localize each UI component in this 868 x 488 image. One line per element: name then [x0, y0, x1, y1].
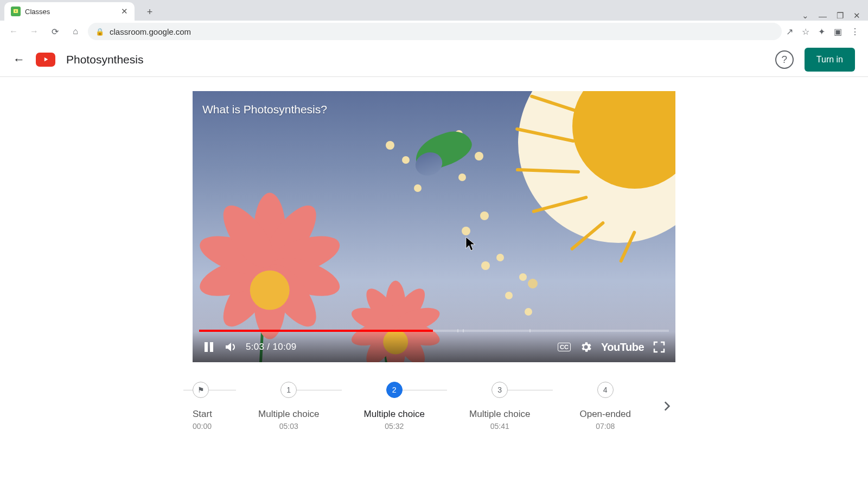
- turn-in-button[interactable]: Turn in: [805, 48, 855, 72]
- flag-icon: ⚑: [193, 382, 209, 398]
- step-question-1[interactable]: 1 Multiple choice 05:03: [236, 382, 342, 431]
- step-time: 00:00: [193, 422, 212, 431]
- step-start[interactable]: ⚑ Start 00:00: [193, 382, 236, 431]
- step-label: Multiple choice: [469, 409, 530, 420]
- browser-tab[interactable]: Classes ✕: [4, 2, 135, 21]
- tab-strip: Classes ✕ + ⌄ — ❐ ✕: [0, 0, 868, 21]
- toolbar-actions: ↗ ☆ ✦ ▣ ⋮: [786, 27, 863, 37]
- address-bar[interactable]: 🔒 classroom.google.com: [88, 23, 782, 40]
- step-number: 2: [386, 382, 403, 398]
- questions-stepper: ⚑ Start 00:00 1 Multiple choice 05:03 2 …: [193, 382, 675, 431]
- browser-chrome: Classes ✕ + ⌄ — ❐ ✕ ← → ⟳ ⌂ 🔒 classroom.…: [0, 0, 868, 42]
- overflow-menu-icon[interactable]: ⋮: [851, 27, 859, 37]
- video-controls: 5:03 / 10:09 CC YouTube: [193, 332, 675, 362]
- sidepanel-icon[interactable]: ▣: [834, 27, 842, 37]
- home-button[interactable]: ⌂: [67, 23, 84, 40]
- step-label: Open-ended: [579, 409, 631, 420]
- restore-icon[interactable]: ❐: [837, 11, 844, 21]
- youtube-icon: [36, 53, 55, 67]
- step-time: 05:32: [385, 422, 404, 431]
- step-question-4[interactable]: 4 Open-ended 07:08: [553, 382, 659, 431]
- step-question-3[interactable]: 3 Multiple choice 05:41: [447, 382, 553, 431]
- mouse-cursor-icon: [465, 236, 477, 253]
- minimize-icon[interactable]: —: [819, 11, 827, 21]
- video-title-overlay: What is Photosynthesis?: [202, 103, 327, 116]
- url-text: classroom.google.com: [110, 27, 191, 36]
- browser-toolbar: ← → ⟳ ⌂ 🔒 classroom.google.com ↗ ☆ ✦ ▣ ⋮: [0, 21, 868, 42]
- step-label: Multiple choice: [258, 409, 319, 420]
- pause-button[interactable]: [202, 341, 215, 354]
- step-label: Start: [193, 409, 212, 420]
- help-button[interactable]: ?: [775, 50, 794, 69]
- step-label: Multiple choice: [364, 409, 425, 420]
- stepper-next-button[interactable]: [658, 397, 675, 415]
- step-time: 05:41: [490, 422, 509, 431]
- chevron-down-icon[interactable]: ⌄: [802, 11, 809, 21]
- close-tab-icon[interactable]: ✕: [121, 7, 128, 16]
- step-question-2[interactable]: 2 Multiple choice 05:32: [342, 382, 448, 431]
- captions-button[interactable]: CC: [558, 343, 571, 351]
- svg-point-2: [15, 10, 17, 12]
- video-player[interactable]: What is Photosynthesis? 5:03 / 10:09 CC: [193, 91, 675, 362]
- nav-forward-button: →: [26, 23, 42, 40]
- bookmark-star-icon[interactable]: ☆: [802, 27, 809, 37]
- step-number: 4: [597, 382, 614, 398]
- app-header: ← Photosynthesis ? Turn in: [0, 42, 868, 77]
- video-frame: What is Photosynthesis?: [193, 91, 675, 362]
- youtube-wordmark[interactable]: YouTube: [601, 341, 644, 354]
- lock-icon: 🔒: [95, 28, 104, 36]
- step-number: 3: [492, 382, 508, 398]
- app-back-button[interactable]: ←: [13, 53, 25, 67]
- nav-back-button: ←: [5, 23, 22, 40]
- window-controls: ⌄ — ❐ ✕: [802, 11, 868, 21]
- stepper-track: ⚑ Start 00:00 1 Multiple choice 05:03 2 …: [193, 382, 658, 431]
- close-window-icon[interactable]: ✕: [853, 11, 860, 21]
- main-content: What is Photosynthesis? 5:03 / 10:09 CC: [0, 77, 868, 431]
- fullscreen-button[interactable]: [653, 341, 666, 354]
- share-icon[interactable]: ↗: [786, 27, 793, 37]
- svg-rect-4: [205, 342, 208, 352]
- reload-button[interactable]: ⟳: [47, 23, 63, 40]
- assignment-title: Photosynthesis: [66, 53, 143, 66]
- video-current-time: 5:03: [246, 342, 264, 352]
- step-number: 1: [280, 382, 297, 398]
- new-tab-button[interactable]: +: [142, 4, 157, 20]
- svg-rect-5: [210, 342, 213, 352]
- step-time: 05:03: [279, 422, 298, 431]
- extensions-puzzle-icon[interactable]: ✦: [818, 27, 825, 37]
- classroom-favicon-icon: [11, 7, 21, 16]
- step-time: 07:08: [596, 422, 615, 431]
- settings-gear-icon[interactable]: [579, 341, 592, 354]
- svg-marker-3: [44, 57, 48, 62]
- video-duration: 10:09: [272, 342, 296, 352]
- volume-button[interactable]: [224, 341, 237, 354]
- tab-title: Classes: [25, 8, 50, 16]
- video-time-display: 5:03 / 10:09: [246, 342, 296, 352]
